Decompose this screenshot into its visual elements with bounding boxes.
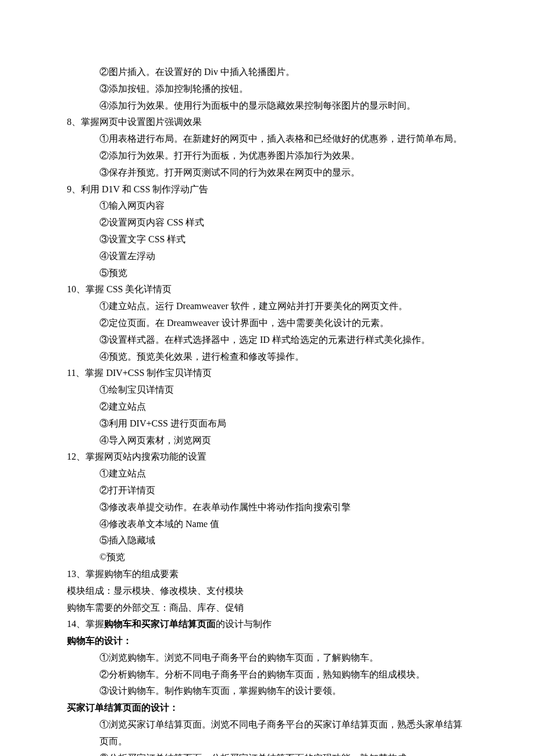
text-line: ②分析购物车。分析不同电子商务平台的购物车页面，熟知购物车的组成模块。 <box>67 667 468 683</box>
text-line: ④导入网页素材，浏览网页 <box>67 432 468 449</box>
text-line: ①输入网页内容 <box>67 198 468 214</box>
text-line: ②设置网页内容 CSS 样式 <box>67 214 468 231</box>
text-line: 14、掌握购物车和买家订单结算页面的设计与制作 <box>67 616 468 633</box>
text-line: ②分析买家订单结算页面。分析买家订单结算页面的实现功能，熟知其构成。 <box>67 750 468 756</box>
text-line: ©预览 <box>67 549 468 566</box>
text-line: 购物车需要的外部交互：商品、库存、促销 <box>67 600 468 617</box>
text-line: ④设置左浮动 <box>67 248 468 265</box>
text-line: 购物车的设计： <box>67 633 468 650</box>
text-line: ③修改表单提交动作。在表单动作属性中将动作指向搜索引擎 <box>67 499 468 516</box>
text-line: ①绘制宝贝详情页 <box>67 382 468 399</box>
text-line: ③保存并预览。打开网页测试不同的行为效果在网页中的显示。 <box>67 164 468 181</box>
text-line: ④添加行为效果。使用行为面板中的显示隐藏效果控制每张图片的显示时间。 <box>67 98 468 114</box>
text-line: ⑤插入隐藏域 <box>67 532 468 549</box>
text-line: ③设置文字 CSS 样式 <box>67 231 468 248</box>
text-line: ③设计购物车。制作购物车页面，掌握购物车的设计要领。 <box>67 683 468 700</box>
document-body: ②图片插入。在设置好的 Div 中插入轮播图片。③添加按钮。添加控制轮播的按钮。… <box>67 64 468 756</box>
text-line: ①浏览购物车。浏览不同电子商务平台的购物车页面，了解购物车。 <box>67 650 468 667</box>
text-line: ②打开详情页 <box>67 482 468 499</box>
text-line: ①浏览买家订单结算页面。浏览不同电子商务平台的买家订单结算页面，熟悉头家单结算页… <box>67 716 468 750</box>
text-line: 10、掌握 CSS 美化详情页 <box>67 281 468 298</box>
text-line: 9、利用 D1V 和 CSS 制作浮动广告 <box>67 181 468 198</box>
text-line: ④修改表单文本域的 Name 值 <box>67 516 468 533</box>
text-line: ①用表格进行布局。在新建好的网页中，插入表格和已经做好的优惠券，进行简单布局。 <box>67 131 468 148</box>
text-line: ④预览。预览美化效果，进行检查和修改等操作。 <box>67 349 468 366</box>
text-line: ③添加按钮。添加控制轮播的按钮。 <box>67 81 468 98</box>
text-line: ②添加行为效果。打开行为面板，为优惠券图片添加行为效果。 <box>67 148 468 164</box>
text-line: ①建立站点 <box>67 465 468 482</box>
text-line: 8、掌握网页中设置图片强调效果 <box>67 114 468 131</box>
text-line: ②图片插入。在设置好的 Div 中插入轮播图片。 <box>67 64 468 81</box>
text-line: 13、掌握购物车的组成要素 <box>67 566 468 583</box>
text-line: ①建立站点。运行 Dreamweaver 软件，建立网站并打开要美化的网页文件。 <box>67 298 468 315</box>
text-line: ③利用 DIV+CSS 进行页面布局 <box>67 415 468 432</box>
text-line: ②定位页面。在 Dreamweaver 设计界面中，选中需要美化设计的元素。 <box>67 315 468 332</box>
text-line: 买家订单结算页面的设计： <box>67 700 468 716</box>
text-line: 11、掌握 DIV+CSS 制作宝贝详情页 <box>67 365 468 382</box>
bold-text: 购物车和买家订单结算页面 <box>104 619 216 629</box>
text-line: ③设置样式器。在样式选择器中，选定 ID 样式给选定的元素进行样式美化操作。 <box>67 332 468 349</box>
text-line: 12、掌握网页站内搜索功能的设置 <box>67 449 468 465</box>
text-line: 模块组成：显示模块、修改模块、支付模块 <box>67 583 468 600</box>
text-line: ②建立站点 <box>67 399 468 415</box>
text-line: ⑤预览 <box>67 265 468 282</box>
